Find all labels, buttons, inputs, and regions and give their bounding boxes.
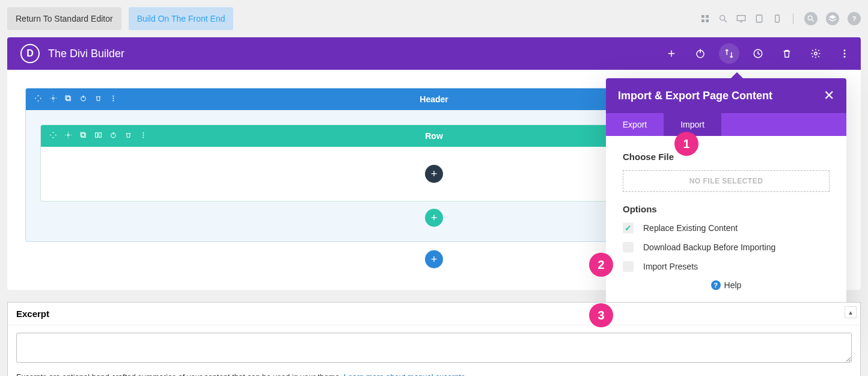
close-icon[interactable]: ✕ (824, 88, 834, 103)
checkbox-replace[interactable]: ✓ (623, 223, 634, 233)
move-icon[interactable] (49, 131, 57, 141)
annotation-badge-1: 1 (674, 132, 698, 156)
help-link[interactable]: ? Help (623, 280, 830, 290)
svg-rect-21 (67, 97, 71, 101)
svg-point-17 (844, 49, 846, 51)
excerpt-note-period: . (465, 372, 467, 376)
builder-title: The Divi Builder (48, 48, 124, 60)
search-icon[interactable] (718, 14, 728, 23)
gear-icon[interactable] (64, 131, 72, 141)
more-icon[interactable] (139, 131, 147, 141)
history-icon[interactable] (753, 48, 763, 59)
settings-icon[interactable] (810, 48, 821, 59)
svg-rect-8 (756, 15, 762, 22)
annotation-badge-3: 3 (589, 303, 613, 327)
svg-point-25 (112, 96, 114, 97)
mobile-icon[interactable] (772, 14, 782, 23)
more-icon[interactable] (109, 94, 117, 105)
grid-icon[interactable] (700, 14, 710, 23)
trash-icon[interactable] (124, 131, 132, 141)
option-presets-label: Import Presets (643, 262, 698, 271)
svg-rect-2 (701, 19, 704, 22)
option-replace-label: Replace Existing Content (643, 223, 738, 233)
svg-rect-30 (81, 132, 85, 137)
file-drop-zone[interactable]: NO FILE SELECTED (623, 170, 830, 192)
svg-line-11 (811, 19, 813, 21)
modal-title: Import & Export Page Content (618, 90, 772, 102)
svg-rect-24 (83, 96, 84, 98)
trash-icon[interactable] (94, 94, 102, 105)
help-icon[interactable]: ? (848, 12, 861, 25)
modal-arrow (731, 72, 743, 78)
desktop-icon[interactable] (736, 14, 746, 23)
excerpt-learn-more-link[interactable]: Learn more about manual excerpts (344, 372, 465, 376)
svg-point-20 (52, 97, 54, 99)
svg-point-27 (112, 100, 114, 101)
svg-rect-7 (740, 22, 742, 22)
more-icon[interactable] (839, 48, 850, 59)
duplicate-icon[interactable] (64, 94, 72, 105)
section-title: Header (420, 94, 448, 104)
svg-rect-14 (700, 49, 701, 54)
columns-icon[interactable] (94, 131, 102, 141)
annotation-badge-2: 2 (589, 253, 613, 277)
svg-rect-34 (113, 132, 114, 135)
excerpt-note-text: Excerpts are optional hand-crafted summa… (16, 372, 344, 376)
tab-import[interactable]: Import (664, 113, 721, 136)
excerpt-textarea[interactable] (16, 333, 852, 363)
separator (793, 13, 793, 24)
add-module-button[interactable]: + (425, 165, 443, 183)
power-icon[interactable] (109, 131, 117, 141)
svg-line-5 (724, 20, 727, 22)
svg-rect-29 (82, 134, 86, 138)
move-icon[interactable] (34, 94, 42, 105)
power-icon[interactable] (695, 48, 706, 59)
power-icon[interactable] (79, 94, 87, 105)
option-backup-label: Download Backup Before Importing (643, 242, 775, 252)
gear-icon[interactable] (49, 94, 57, 105)
excerpt-note: Excerpts are optional hand-crafted summa… (16, 372, 852, 376)
options-label: Options (623, 204, 830, 214)
tablet-icon[interactable] (754, 14, 764, 23)
help-label: Help (724, 280, 742, 290)
import-export-icon[interactable] (724, 48, 735, 59)
add-icon[interactable] (666, 48, 677, 59)
checkbox-backup[interactable] (623, 242, 634, 253)
svg-rect-9 (775, 15, 780, 22)
collapse-toggle-icon[interactable]: ▲ (845, 306, 857, 318)
divi-builder-header: D The Divi Builder (7, 37, 861, 70)
svg-marker-12 (829, 15, 836, 19)
svg-point-26 (112, 97, 114, 99)
zoom-icon[interactable] (804, 12, 818, 25)
svg-point-37 (142, 137, 144, 138)
import-export-modal: Import & Export Page Content ✕ Export Im… (606, 78, 846, 337)
svg-rect-1 (706, 15, 709, 18)
excerpt-title: Excerpt (8, 303, 860, 325)
svg-rect-6 (737, 16, 745, 21)
checkbox-presets[interactable] (623, 261, 634, 272)
layers-icon[interactable] (826, 12, 839, 25)
excerpt-metabox: Excerpt ▲ Excerpts are optional hand-cra… (7, 302, 861, 376)
svg-point-28 (67, 134, 69, 136)
trash-icon[interactable] (781, 48, 792, 59)
help-icon: ? (711, 280, 721, 290)
row-title: Row (425, 131, 443, 141)
tab-export[interactable]: Export (606, 113, 664, 136)
return-standard-editor-button[interactable]: Return To Standard Editor (7, 7, 121, 30)
svg-rect-32 (99, 133, 102, 138)
svg-rect-0 (701, 15, 704, 18)
duplicate-icon[interactable] (79, 131, 87, 141)
add-section-button[interactable]: + (425, 250, 443, 268)
svg-point-36 (142, 134, 144, 135)
svg-rect-3 (706, 19, 709, 22)
choose-file-label: Choose File (623, 152, 830, 162)
add-row-button[interactable]: + (425, 209, 443, 227)
svg-point-10 (808, 16, 812, 20)
divi-logo-icon: D (20, 44, 40, 63)
wp-admin-bar-icons: ? (700, 12, 861, 25)
svg-point-19 (844, 56, 846, 58)
svg-point-35 (142, 132, 144, 134)
svg-point-18 (844, 53, 846, 55)
build-front-end-button[interactable]: Build On The Front End (129, 7, 234, 30)
svg-rect-31 (96, 133, 98, 138)
